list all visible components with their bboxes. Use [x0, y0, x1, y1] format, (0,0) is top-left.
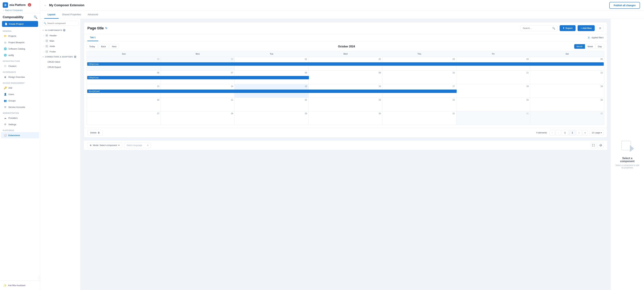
component-search-box[interactable]: 🔍 — [42, 21, 79, 26]
event-skmqtf1dwr-week3[interactable]: SKmQtf1dwR — [87, 89, 457, 93]
component-panel: 🔍 ▼ UI COMPONENTS i › Header › M — [40, 19, 80, 290]
administration-section-label: ADMINISTRATION — [0, 110, 40, 115]
last-page-button[interactable]: » — [582, 130, 588, 135]
page-input[interactable] — [562, 130, 568, 135]
delete-button[interactable]: Delete 🗑 — [88, 130, 103, 135]
sidebar-item-software-catalog[interactable]: 🌐 Software Catalog — [1, 46, 39, 52]
calendar-nav: Today Back Next October 2024 Month Week … — [87, 44, 604, 49]
sidebar-item-extensions[interactable]: ⬜ Extensions — [1, 132, 39, 138]
today-button[interactable]: Today — [87, 44, 98, 49]
back-button-cal[interactable]: Back — [98, 44, 108, 49]
tree-item-header[interactable]: › Header — [40, 33, 80, 38]
cal-day-19[interactable]: 19 — [530, 84, 604, 98]
cal-day-29[interactable]: 29 — [234, 111, 308, 125]
add-new-button[interactable]: + Add New — [578, 25, 595, 31]
asdfg-icon: 🌐 — [4, 54, 7, 57]
ask-mia-assistant[interactable]: ✨ Ask Mia-Assistant — [1, 282, 39, 289]
svg-rect-9 — [46, 51, 48, 52]
week-view-button[interactable]: Week — [585, 44, 596, 49]
fullscreen-button[interactable] — [590, 142, 596, 148]
page-title: My Composer Extension — [49, 4, 606, 7]
cal-day-23[interactable]: 23 — [308, 98, 382, 111]
connectors-info-icon: i — [74, 56, 76, 58]
mia-star-icon: ✨ — [3, 284, 7, 287]
cal-day-22[interactable]: 22 — [234, 98, 308, 111]
back-to-companies-link[interactable]: ← Back to Companies — [3, 9, 38, 12]
tree-item-main[interactable]: › Main — [40, 38, 80, 44]
logo-row: mia Platform 🤖 — [3, 2, 38, 8]
sidebar-item-project-blueprint[interactable]: 🗂 Project Blueprint — [1, 39, 39, 45]
sidebar-search-icon[interactable]: 🔍 — [34, 15, 38, 19]
month-view-button[interactable]: Month — [574, 44, 585, 49]
connectors-section[interactable]: ▼ CONNECTORS & ADAPTERS i — [40, 54, 80, 59]
event-cb0g4r1wsj-week2[interactable]: CB0g4r1wsj — [87, 76, 309, 79]
event-cb0g4r1wsj-w1[interactable]: CB0g4r1wsj — [87, 62, 604, 66]
cal-day-30[interactable]: 30 — [308, 111, 382, 125]
publish-all-changes-button[interactable]: Publish all changes — [609, 2, 640, 9]
cal-day-20[interactable]: 20 — [87, 98, 161, 111]
tree-item-aside[interactable]: › Aside — [40, 44, 80, 49]
total-pages — [569, 130, 576, 135]
tab-advanced[interactable]: Advanced — [84, 11, 102, 19]
catalog-icon: 🌐 — [4, 47, 7, 50]
sidebar-item-users[interactable]: 👤 Users — [1, 91, 39, 97]
cal-day-24[interactable]: 24 — [382, 98, 456, 111]
back-arrow-icon: ← — [44, 4, 46, 7]
cal-day-9[interactable]: 09 — [308, 71, 382, 84]
tab-layout[interactable]: Layout — [44, 11, 59, 19]
sidebar-item-iam[interactable]: 🔑 IAM — [1, 85, 39, 91]
ui-components-section[interactable]: ▼ UI COMPONENTS i — [40, 28, 80, 33]
sidebar-item-asdfg[interactable]: 🌐 asdfg — [1, 52, 39, 58]
sub-item-crud-client[interactable]: CRUD Client — [40, 59, 80, 65]
event-cb0g4r1wsj-week1[interactable]: CB0g4r1wsj — [87, 62, 604, 66]
sidebar-item-providers[interactable]: ☁ Providers — [1, 115, 39, 121]
ui-section-chevron: ▼ — [42, 29, 44, 31]
cal-day-26[interactable]: 26 — [530, 98, 604, 111]
create-project-button[interactable]: 📄 Create Project — [2, 21, 38, 27]
cal-day-2next[interactable]: 02 — [530, 111, 604, 125]
prev-page-button[interactable]: ‹ — [556, 130, 561, 135]
sidebar-item-clusters[interactable]: ⬡ Clusters — [1, 63, 39, 69]
export-button[interactable]: ⬆ Export — [560, 25, 576, 31]
sidebar-item-settings[interactable]: ⚙ Settings — [1, 121, 39, 127]
cal-day-1next[interactable]: 01 — [456, 111, 530, 125]
next-page-button[interactable]: › — [576, 130, 582, 135]
cal-day-27[interactable]: 27 — [87, 111, 161, 125]
cal-day-31[interactable]: 31 — [382, 111, 456, 125]
sub-item-crud-export[interactable]: CRUD Export — [40, 65, 80, 70]
per-page-selector[interactable]: 10 / page ▾ — [590, 130, 604, 135]
cal-day-28[interactable]: 28 — [161, 111, 235, 125]
event-skmqtf1dwr-w3[interactable]: SKmQtf1dwR — [87, 90, 457, 93]
sidebar-item-service-accounts[interactable]: ⚙ Service Accounts — [1, 104, 39, 110]
back-button[interactable]: ← — [44, 4, 46, 7]
cal-day-11[interactable]: 11 — [456, 71, 530, 84]
cal-week-3: 13 14 15 16 17 18 19 SKmQtf1dwR — [87, 84, 604, 98]
day-view-button[interactable]: Day — [596, 44, 604, 49]
refresh-icon[interactable]: ↻ — [105, 27, 107, 30]
component-search-input[interactable] — [47, 22, 77, 25]
event-cb0g4r1wsj-w2[interactable]: CB0g4r1wsj — [87, 76, 309, 79]
general-section-label: GENERAL — [0, 28, 40, 33]
notification-button[interactable] — [598, 142, 604, 148]
sidebar-item-groups[interactable]: 👥 Groups — [1, 98, 39, 104]
preview-search-input[interactable] — [523, 27, 551, 29]
filter-button[interactable]: ⊟ — [597, 25, 604, 31]
sidebar-item-projects[interactable]: 📁 Projects — [1, 33, 39, 39]
language-selector[interactable]: Select language ▾ — [124, 142, 151, 148]
preview-search-box[interactable]: 🔍 — [520, 25, 558, 31]
cal-day-12[interactable]: 12 — [530, 71, 604, 84]
cal-day-21[interactable]: 21 — [161, 98, 235, 111]
inner-tab-1[interactable]: Tab 1 — [88, 34, 98, 41]
mode-selector[interactable]: ⊕ Mode: Select component ▾ — [87, 142, 122, 148]
cal-day-18[interactable]: 18 — [456, 84, 530, 98]
elements-count: 4 elements — [536, 131, 547, 134]
tree-item-footer[interactable]: › Footer — [40, 49, 80, 54]
first-page-button[interactable]: « — [550, 130, 555, 135]
sidebar-collapse-button[interactable]: ‹ — [38, 276, 40, 280]
tab-shared-properties[interactable]: Shared Properties — [59, 11, 84, 19]
platforge-section-label: PLATFORGE — [0, 127, 40, 132]
sidebar-item-design-overview[interactable]: ◉ Design Overview — [1, 74, 39, 80]
next-button-cal[interactable]: Next — [110, 44, 119, 49]
cal-day-25[interactable]: 25 — [456, 98, 530, 111]
cal-day-10[interactable]: 10 — [382, 71, 456, 84]
